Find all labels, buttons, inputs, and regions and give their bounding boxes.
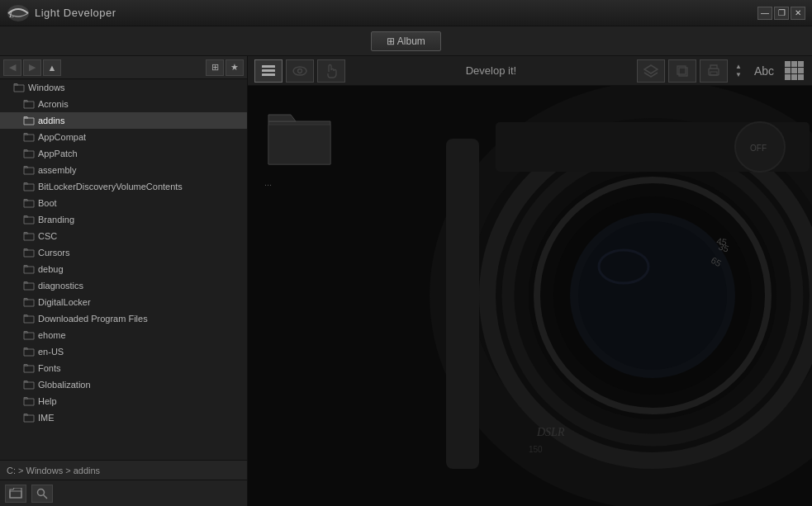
folder-icon-help bbox=[23, 396, 35, 406]
tree-item-digitallocker[interactable]: DigitalLocker bbox=[0, 294, 247, 310]
folder-icon-cursors bbox=[23, 248, 35, 258]
copy-icon bbox=[676, 64, 689, 78]
folder-icon-downloaded bbox=[23, 314, 35, 324]
tree-item-fonts[interactable]: Fonts bbox=[0, 360, 247, 376]
album-button[interactable]: ⊞ Album bbox=[371, 31, 441, 51]
svg-point-2 bbox=[38, 489, 45, 495]
tree-item-branding[interactable]: Branding bbox=[0, 211, 247, 228]
tree-label-bitlocker: BitLockerDiscoveryVolumeContents bbox=[38, 182, 183, 192]
folder-svg bbox=[264, 106, 335, 168]
folder-icon-csc bbox=[23, 231, 35, 241]
print-button[interactable] bbox=[700, 59, 728, 83]
svg-rect-31 bbox=[446, 139, 479, 469]
tree-label-branding: Branding bbox=[38, 215, 74, 225]
add-button[interactable]: ⊞ bbox=[206, 59, 224, 76]
grid-view-button[interactable] bbox=[782, 59, 805, 83]
tree-item-bitlocker[interactable]: BitLockerDiscoveryVolumeContents bbox=[0, 178, 247, 195]
left-actions bbox=[0, 480, 247, 506]
svg-line-3 bbox=[44, 494, 48, 499]
folder-icon-assembly bbox=[23, 165, 35, 175]
tree-label-fonts: Fonts bbox=[38, 363, 61, 373]
folder-icon-diagnostics bbox=[23, 281, 35, 291]
folder-icon-debug bbox=[23, 264, 35, 274]
tree-item-en-us[interactable]: en-US bbox=[0, 343, 247, 360]
up-button[interactable]: ▲ bbox=[43, 59, 61, 76]
folder-action-icon bbox=[9, 488, 22, 499]
minimize-button[interactable]: — bbox=[757, 7, 772, 20]
abc-label: Abc bbox=[749, 64, 779, 78]
star-button[interactable]: ★ bbox=[226, 59, 244, 76]
tree-label-debug: debug bbox=[38, 264, 64, 274]
app-logo: L bbox=[7, 2, 30, 25]
svg-point-8 bbox=[298, 69, 302, 73]
hand-icon bbox=[325, 64, 338, 78]
tree-item-ime[interactable]: IME bbox=[0, 409, 247, 426]
hand-button[interactable] bbox=[317, 59, 345, 83]
tree-item-windows[interactable]: Windows bbox=[0, 79, 247, 96]
folder-icon-globalization bbox=[23, 380, 35, 390]
tree-item-diagnostics[interactable]: diagnostics bbox=[0, 277, 247, 294]
folder-icon-boot bbox=[23, 198, 35, 208]
svg-text:L: L bbox=[8, 9, 14, 19]
close-button[interactable]: ✕ bbox=[791, 7, 805, 20]
folder-icon-branding bbox=[23, 215, 35, 225]
list-view-icon bbox=[261, 64, 276, 78]
tree-label-en-us: en-US bbox=[38, 347, 64, 357]
copy-button[interactable] bbox=[668, 59, 696, 83]
tree-item-apppatch[interactable]: AppPatch bbox=[0, 145, 247, 162]
folder-icon-bitlocker bbox=[23, 182, 35, 192]
tree-item-appcompat[interactable]: AppCompat bbox=[0, 129, 247, 145]
tree-item-cursors[interactable]: Cursors bbox=[0, 244, 247, 261]
path-status: C: > Windows > addins bbox=[0, 460, 247, 480]
tree-item-help[interactable]: Help bbox=[0, 393, 247, 409]
svg-text:OFF: OFF bbox=[750, 144, 767, 153]
tree-label-ehome: ehome bbox=[38, 330, 66, 340]
tree-item-globalization[interactable]: Globalization bbox=[0, 376, 247, 393]
sort-down-icon: ▼ bbox=[735, 71, 742, 78]
layers-icon bbox=[643, 64, 658, 78]
tree-label-windows: Windows bbox=[28, 83, 65, 92]
search-action-button[interactable] bbox=[31, 485, 53, 503]
forward-button[interactable]: ▶ bbox=[23, 59, 41, 76]
tree-item-boot[interactable]: Boot bbox=[0, 195, 247, 211]
layers-button[interactable] bbox=[637, 59, 665, 83]
main-area: ◀ ▶ ▲ ⊞ ★ Windows Acronis addins AppComp… bbox=[0, 56, 812, 506]
tree-label-apppatch: AppPatch bbox=[38, 149, 78, 158]
tree-item-csc[interactable]: CSC bbox=[0, 228, 247, 244]
eye-button[interactable] bbox=[286, 59, 314, 83]
main-toolbar: ⊞ Album bbox=[0, 26, 812, 56]
svg-rect-6 bbox=[262, 73, 275, 76]
right-toolbar: Develop it! bbox=[248, 56, 812, 86]
file-tree[interactable]: Windows Acronis addins AppCompat AppPatc… bbox=[0, 79, 247, 460]
folder-icon-appcompat bbox=[23, 132, 35, 142]
left-panel: ◀ ▶ ▲ ⊞ ★ Windows Acronis addins AppComp… bbox=[0, 56, 248, 506]
right-panel: Develop it! bbox=[248, 56, 812, 506]
svg-marker-9 bbox=[644, 65, 658, 73]
tree-label-ime: IME bbox=[38, 413, 55, 423]
tree-item-assembly[interactable]: assembly bbox=[0, 162, 247, 178]
folder-icon-windows bbox=[13, 83, 25, 92]
list-view-button[interactable] bbox=[254, 59, 283, 83]
tree-item-downloaded[interactable]: Downloaded Program Files bbox=[0, 310, 247, 327]
tree-label-diagnostics: diagnostics bbox=[38, 281, 83, 291]
restore-button[interactable]: ❐ bbox=[774, 7, 789, 20]
tree-label-acronis: Acronis bbox=[38, 99, 69, 109]
tree-item-debug[interactable]: debug bbox=[0, 261, 247, 277]
svg-point-7 bbox=[293, 67, 306, 75]
title-bar: L Light Developer — ❐ ✕ bbox=[0, 0, 812, 26]
title-bar-left: L Light Developer bbox=[7, 2, 116, 25]
tree-item-ehome[interactable]: ehome bbox=[0, 327, 247, 343]
folder-icon-acronis bbox=[23, 99, 35, 109]
tree-item-acronis[interactable]: Acronis bbox=[0, 96, 247, 112]
sort-button[interactable]: ▲ ▼ bbox=[731, 59, 746, 83]
tree-label-csc: CSC bbox=[38, 231, 57, 241]
back-button[interactable]: ◀ bbox=[3, 59, 21, 76]
folder-action-button[interactable] bbox=[5, 485, 26, 503]
search-action-icon bbox=[36, 488, 48, 499]
current-path: C: > Windows > addins bbox=[7, 466, 100, 475]
tree-item-addins[interactable]: addins bbox=[0, 112, 247, 129]
tree-label-boot: Boot bbox=[38, 198, 57, 208]
svg-text:150: 150 bbox=[529, 445, 543, 454]
svg-text:45: 45 bbox=[716, 236, 728, 248]
svg-text:DSLR: DSLR bbox=[536, 426, 565, 438]
